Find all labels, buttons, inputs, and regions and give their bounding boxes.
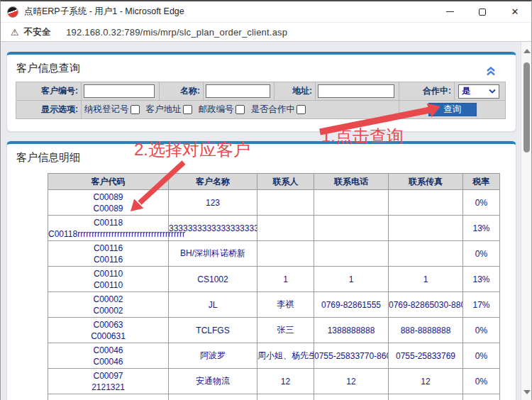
maximize-button[interactable]	[466, 1, 499, 23]
table-row[interactable]: C00046 C00046 阿波罗 周小姐、杨先生 0755-25833770-…	[48, 343, 500, 369]
minimize-button[interactable]	[433, 1, 466, 23]
cell-customer-code: C00063 C000631	[48, 318, 169, 343]
chevron-double-up-icon[interactable]	[486, 66, 496, 79]
cell-contact: 12	[257, 369, 314, 394]
customer-address-checkbox[interactable]	[183, 105, 192, 114]
table-row[interactable]: C00063 C000631 TCLFGS 张三 1388888888 888-…	[48, 318, 500, 343]
address-bar: ⚠ 不安全 192.168.0.32:789/mis/mrp/slc_plan_…	[1, 23, 531, 42]
cell-tax-rate: 13%	[463, 216, 500, 241]
cell-fax	[389, 216, 463, 241]
cell-contact: 张三	[257, 318, 314, 343]
option-customer-address-label: 客户地址	[146, 104, 182, 116]
cell-customer-code: C00097 2121321	[48, 369, 169, 394]
cell-tax-rate: 17%	[463, 292, 500, 318]
window-controls: ✕	[433, 1, 531, 23]
name-input[interactable]	[206, 84, 270, 98]
cell-contact	[257, 216, 314, 241]
option-coop-status-label: 是否合作中	[251, 104, 296, 116]
customer-code-input[interactable]	[84, 84, 155, 98]
cell-customer-name: BH/深圳科诺桥新	[169, 241, 257, 267]
cell-fax	[389, 241, 463, 267]
cell-customer-code: C00002 C00002	[48, 292, 169, 318]
tax-registration-checkbox[interactable]	[131, 105, 140, 114]
cell-phone: 12	[314, 369, 389, 394]
url-field[interactable]: 192.168.0.32:789/mis/mrp/slc_plan_order_…	[66, 27, 287, 38]
cell-phone: 0769-82861555	[314, 292, 389, 318]
table-row[interactable]: C00089 C00089 123 0%	[48, 190, 500, 216]
browser-window: 点晴ERP子系统 - 用户1 - Microsoft Edge ✕ ⚠ 不安全 …	[0, 0, 532, 400]
table-row[interactable]: C00118 C00118rrrrrrrrrrrrrrrrrrrrrrrrrrr…	[48, 216, 500, 241]
vertical-scrollbar[interactable]	[521, 42, 531, 400]
name-label: 名称:	[160, 82, 204, 101]
table-row[interactable]: C00002 C00002 JL 李祺 0769-82861555 0769-8…	[48, 292, 500, 318]
col-fax: 联系传真	[389, 174, 463, 190]
close-icon: ✕	[511, 6, 519, 17]
search-button[interactable]: 查询	[428, 103, 477, 116]
cell-phone: 13999779199	[314, 394, 389, 400]
cell-customer-name: 阿波罗	[169, 343, 257, 369]
col-tax-rate: 税率	[463, 174, 500, 190]
cell-customer-code: C00110 C00110	[48, 267, 169, 292]
scroll-down-icon[interactable]	[523, 390, 531, 394]
table-row[interactable]: C1208023974 佳力电子（东莞）有限公司 13999779199 0%	[48, 394, 500, 400]
option-tax-registration-label: 纳税登记号	[84, 104, 129, 116]
cell-fax	[389, 394, 463, 400]
cell-contact: 李祺	[257, 292, 314, 318]
scrollbar-thumb[interactable]	[523, 62, 530, 152]
table-row[interactable]: C00110 C00110 CS1002 1 1 1 13%	[48, 267, 500, 292]
cell-customer-code: C00118 C00118rrrrrrrrrrrrrrrrrrrrrrrrrrr…	[48, 216, 169, 241]
col-contact: 联系人	[257, 174, 314, 190]
cell-tax-rate: 0%	[463, 318, 500, 343]
page-content: 客户信息查询 客户编号: 名称: 地址: 合作中: 是	[1, 42, 531, 400]
detail-panel: 客户信息明细 客户代码 客户名称 联系人 联系电话 联系传真 税率 C00089…	[6, 141, 516, 400]
cell-customer-name: 安通物流	[169, 369, 257, 394]
cell-fax: 0755-25833769	[389, 343, 463, 369]
security-label: 不安全	[24, 26, 51, 38]
coop-select-value: 是	[462, 85, 470, 97]
cell-fax: 1	[389, 267, 463, 292]
table-row[interactable]: C00116 C00116 BH/深圳科诺桥新 0%	[48, 241, 500, 267]
customer-code-label: 客户编号:	[16, 82, 82, 101]
cell-tax-rate: 0%	[463, 241, 500, 267]
window-title: 点晴ERP子系统 - 用户1 - Microsoft Edge	[24, 6, 184, 18]
cell-contact	[257, 190, 314, 216]
cell-tax-rate: 0%	[463, 369, 500, 394]
coop-select[interactable]: 是	[458, 84, 499, 99]
annotation-step1: 1.点击查询	[321, 125, 404, 148]
customer-table-header: 客户代码 客户名称 联系人 联系电话 联系传真 税率	[48, 174, 500, 190]
chevron-down-icon	[489, 89, 496, 94]
cell-customer-code: C1208023974	[48, 394, 169, 400]
maximize-icon	[479, 9, 486, 16]
cell-contact: 周小姐、杨先生	[257, 343, 314, 369]
cell-fax: 12	[389, 369, 463, 394]
close-button[interactable]: ✕	[499, 1, 531, 23]
minimize-icon	[446, 11, 454, 12]
cell-contact	[257, 394, 314, 400]
cell-customer-name: 佳力电子（东莞）有限公司	[169, 394, 257, 400]
annotation-step2: 2.选择对应客户	[134, 138, 250, 161]
coop-status-checkbox[interactable]	[297, 105, 306, 114]
scroll-up-icon[interactable]	[523, 49, 531, 53]
cell-phone: 0755-25833770-860	[314, 343, 389, 369]
cell-phone	[314, 190, 389, 216]
cell-customer-name: CS1002	[169, 267, 257, 292]
cell-phone	[314, 216, 389, 241]
cell-fax: 888-8888888	[389, 318, 463, 343]
address-input[interactable]	[318, 84, 394, 98]
cell-phone	[314, 241, 389, 267]
cell-contact	[257, 241, 314, 267]
cell-fax	[389, 190, 463, 216]
cell-customer-code: C00089 C00089	[48, 190, 169, 216]
postal-code-checkbox[interactable]	[235, 105, 245, 114]
title-bar: 点晴ERP子系统 - 用户1 - Microsoft Edge ✕	[1, 1, 531, 23]
cell-fax: 0769-82865030-880	[389, 292, 463, 318]
col-phone: 联系电话	[314, 174, 389, 190]
coop-label: 合作中:	[399, 82, 455, 101]
query-panel-title: 客户信息查询	[7, 55, 516, 75]
customer-table-body: C00089 C00089 123 0% C00118 C00118rrrrrr…	[48, 190, 500, 400]
cell-customer-name: TCLFGS	[169, 318, 257, 343]
table-row[interactable]: C00097 2121321 安通物流 12 12 12 0%	[48, 369, 500, 394]
option-postal-code-label: 邮政编号	[199, 104, 234, 116]
display-options: 纳税登记号 客户地址 邮政编号 是否合作中	[82, 104, 399, 116]
detail-panel-title: 客户信息明细	[7, 144, 516, 165]
